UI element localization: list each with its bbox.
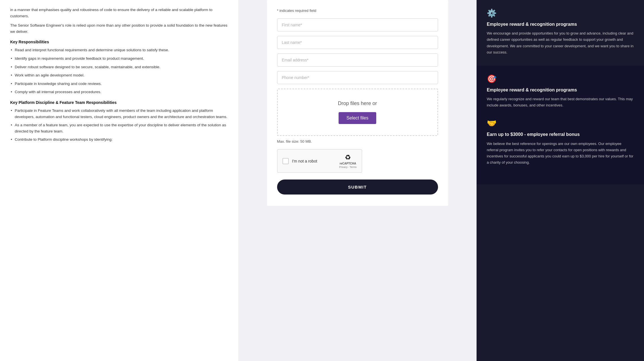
middle-panel: * indicates required field Drop files he… xyxy=(238,0,477,361)
email-input[interactable] xyxy=(277,54,438,67)
select-files-button[interactable]: Select files xyxy=(339,112,376,124)
submit-button[interactable]: SUBMIT xyxy=(277,180,438,195)
form-container: * indicates required field Drop files he… xyxy=(267,0,448,206)
last-name-field[interactable] xyxy=(277,36,438,49)
list-item: Participate in Feature Teams and work co… xyxy=(10,108,228,120)
reward-icon: 🎯 xyxy=(487,74,634,84)
list-item: Contribute to Platform discipline worksh… xyxy=(10,136,228,143)
recaptcha-label: I'm not a robot xyxy=(292,159,317,163)
recaptcha-links: Privacy · Terms xyxy=(339,166,356,168)
recaptcha-left: I'm not a robot xyxy=(282,158,317,164)
right-panel: ⚙️ Employee reward & recognition program… xyxy=(477,0,644,361)
benefit-item-3: 🤝 Earn up to $3000 - employee referral b… xyxy=(487,119,634,166)
benefit-2-desc: We regularly recognize and reward our te… xyxy=(487,96,634,108)
list-item: Read and interpret functional requiremen… xyxy=(10,47,228,53)
recaptcha-right: ♻ reCAPTCHA Privacy · Terms xyxy=(339,153,356,168)
left-panel: in a manner that emphasises quality and … xyxy=(0,0,238,361)
list-item: Work within an agile development model. xyxy=(10,72,228,78)
benefit-1-desc: We encourage and provide opportunities f… xyxy=(487,30,634,55)
benefit-3-desc: We believe the best reference for openin… xyxy=(487,141,634,166)
recaptcha-logo-icon: ♻ xyxy=(345,153,351,161)
intro-paragraph-2: The Senior Software Engineer's role is r… xyxy=(10,22,228,35)
list-item: Deliver robust software designed to be s… xyxy=(10,64,228,70)
benefit-3-title: Earn up to $3000 - employee referral bon… xyxy=(487,131,634,138)
referral-icon: 🤝 xyxy=(487,119,634,128)
drop-text: Drop files here or xyxy=(338,101,377,106)
list-item: Identify gaps in requirements and provid… xyxy=(10,55,228,62)
phone-field[interactable] xyxy=(277,71,438,84)
file-drop-zone[interactable]: Drop files here or Select files xyxy=(277,89,438,136)
required-note: * indicates required field xyxy=(277,8,438,13)
email-field[interactable] xyxy=(277,54,438,67)
key-platform-heading: Key Platform Discipline & Feature Team R… xyxy=(10,100,228,105)
platform-list: Participate in Feature Teams and work co… xyxy=(10,108,228,143)
recaptcha-widget[interactable]: I'm not a robot ♻ reCAPTCHA Privacy · Te… xyxy=(277,149,362,173)
benefit-item-2: 🎯 Employee reward & recognition programs… xyxy=(487,74,634,109)
benefit-1-title: Employee reward & recognition programs xyxy=(487,21,634,27)
list-item: Comply with all internal processes and p… xyxy=(10,89,228,95)
benefit-2-title: Employee reward & recognition programs xyxy=(487,87,634,93)
list-item: Participate in knowledge sharing and cod… xyxy=(10,81,228,87)
first-name-input[interactable] xyxy=(277,18,438,31)
recaptcha-brand: reCAPTCHA xyxy=(340,162,356,165)
intro-paragraph-1: in a manner that emphasises quality and … xyxy=(10,7,228,19)
benefit-item-1: ⚙️ Employee reward & recognition program… xyxy=(487,8,634,55)
file-size-note: Max. file size: 50 MB. xyxy=(277,139,438,144)
last-name-input[interactable] xyxy=(277,36,438,49)
recaptcha-checkbox[interactable] xyxy=(282,158,289,164)
key-responsibilities-heading: Key Responsibilities xyxy=(10,40,228,44)
career-icon: ⚙️ xyxy=(487,8,634,18)
phone-input[interactable] xyxy=(277,71,438,84)
list-item: As a member of a feature team, you are e… xyxy=(10,122,228,134)
responsibilities-list: Read and interpret functional requiremen… xyxy=(10,47,228,95)
first-name-field[interactable] xyxy=(277,18,438,31)
right-bottom-section: 🎯 Employee reward & recognition programs… xyxy=(477,66,644,184)
